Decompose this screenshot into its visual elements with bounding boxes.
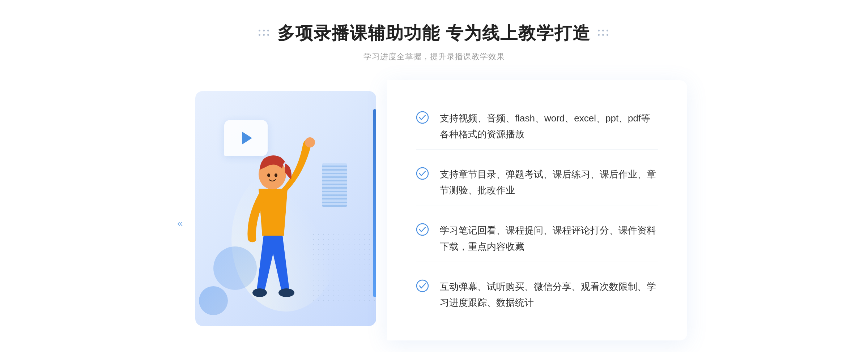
title-row: 多项录播课辅助功能 专为线上教学打造 (259, 22, 609, 45)
svg-point-9 (417, 280, 428, 292)
feature-text-3: 学习笔记回看、课程提问、课程评论打分、课件资料下载，重点内容收藏 (440, 222, 658, 254)
svg-point-6 (417, 112, 428, 123)
svg-point-4 (267, 173, 270, 177)
svg-point-1 (278, 288, 294, 297)
header-section: 多项录播课辅助功能 专为线上教学打造 学习进度全掌握，提升录播课教学效果 (259, 22, 609, 62)
blue-bar-decoration (373, 109, 376, 297)
check-circle-icon-4 (416, 279, 429, 292)
feature-item-4: 互动弹幕、试听购买、微信分享、观看次数限制、学习进度跟踪、数据统计 (416, 271, 658, 318)
illustration-bg (195, 91, 376, 326)
person-illustration (206, 116, 344, 326)
illustration-area: « (181, 80, 391, 340)
svg-point-0 (252, 288, 267, 297)
main-title: 多项录播课辅助功能 专为线上教学打造 (277, 22, 590, 45)
feature-text-1: 支持视频、音频、flash、word、excel、ppt、pdf等各种格式的资源… (440, 110, 658, 142)
svg-point-7 (417, 168, 428, 179)
check-circle-icon-1 (416, 111, 429, 124)
check-circle-icon-3 (416, 223, 429, 236)
svg-point-8 (417, 224, 428, 235)
dots-decoration-right (598, 30, 609, 37)
sub-title: 学习进度全掌握，提升录播课教学效果 (363, 51, 505, 62)
feature-item-3: 学习笔记回看、课程提问、课程评论打分、课件资料下载，重点内容收藏 (416, 215, 658, 262)
feature-item-2: 支持章节目录、弹题考试、课后练习、课后作业、章节测验、批改作业 (416, 159, 658, 206)
check-circle-icon-2 (416, 167, 429, 180)
svg-point-5 (275, 173, 277, 177)
left-arrow-icon: « (177, 218, 183, 228)
content-section: « 支持视频、音频、flash、word、excel、ppt、pdf等各种格式的… (181, 80, 687, 340)
page-wrapper: 多项录播课辅助功能 专为线上教学打造 学习进度全掌握，提升录播课教学效果 (0, 22, 868, 340)
feature-text-2: 支持章节目录、弹题考试、课后练习、课后作业、章节测验、批改作业 (440, 166, 658, 198)
dots-decoration-left (259, 30, 270, 37)
feature-item-1: 支持视频、音频、flash、word、excel、ppt、pdf等各种格式的资源… (416, 103, 658, 150)
feature-text-4: 互动弹幕、试听购买、微信分享、观看次数限制、学习进度跟踪、数据统计 (440, 279, 658, 310)
left-chevrons: « (177, 218, 183, 228)
features-area: 支持视频、音频、flash、word、excel、ppt、pdf等各种格式的资源… (387, 80, 687, 340)
svg-point-2 (305, 137, 315, 147)
